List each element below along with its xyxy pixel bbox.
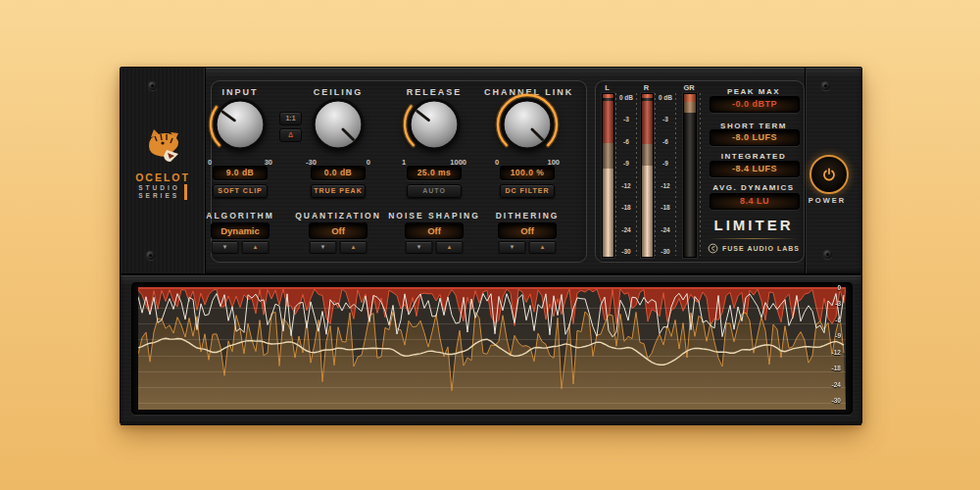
dithering-label: DITHERING (496, 211, 560, 220)
algorithm-label: ALGORITHM (206, 211, 273, 220)
brand-title: OCELOT (121, 172, 205, 183)
quantization-step-down-button[interactable]: ▼ (310, 241, 337, 254)
noise-shaping-step-down-button[interactable]: ▼ (406, 241, 433, 254)
waveform-display (131, 282, 853, 415)
quantization-selector[interactable]: Off (309, 222, 368, 239)
noise-shaping-step-up-button[interactable]: ▲ (436, 241, 464, 254)
meter-r-label: R (639, 83, 654, 92)
waveform-scale: 0-3-6-9-12-18-24-30 (832, 284, 841, 404)
quantization-label: QUANTIZATION (295, 211, 381, 220)
waveform-canvas (138, 287, 846, 410)
algorithm-step-down-button[interactable]: ▼ (212, 241, 239, 254)
control-rack: OCELOT STUDIO SERIES INPUT 0 30 (121, 68, 861, 273)
integrated-value: -8.4 LUFS (710, 161, 800, 177)
meter-scale-left: 0 dB-3-6-9-12-18-24-30 (615, 93, 637, 256)
brand-subtitle: STUDIO SERIES (121, 184, 205, 200)
limiter-plugin-window: OCELOT STUDIO SERIES INPUT 0 30 (120, 67, 862, 424)
brand-panel: OCELOT STUDIO SERIES (121, 68, 206, 273)
plugin-name: LIMITER (695, 217, 812, 233)
screw-icon (148, 81, 157, 90)
waveform-rack: 0-3-6-9-12-18-24-30 (121, 273, 861, 425)
vendor-icon (708, 243, 718, 254)
fuse-audio-labs-logo: FUSE AUDIO LABS (695, 243, 812, 254)
meter-bar-right (641, 93, 654, 258)
dithering-step-down-button[interactable]: ▼ (499, 241, 526, 254)
noise-shaping-selector[interactable]: Off (405, 222, 464, 239)
desktop-background: OCELOT STUDIO SERIES INPUT 0 30 (0, 0, 980, 490)
brand-accent-bar (184, 184, 187, 200)
noise-shaping-label: NOISE SHAPING (388, 211, 480, 220)
brand-sub-line1: STUDIO (138, 184, 180, 192)
screw-icon (823, 250, 832, 259)
power-label: POWER (798, 196, 857, 205)
short-term-value: -8.0 LUFS (710, 129, 800, 146)
dithering-section: DITHERING Off ▼ ▲ (484, 68, 570, 273)
peak-max-value: -0.0 dBTP (710, 96, 800, 113)
noise-shaping-section: NOISE SHAPING Off ▼ ▲ (391, 68, 477, 273)
integrated-label: INTEGRATED (695, 152, 812, 161)
power-icon (821, 167, 837, 182)
dithering-selector[interactable]: Off (498, 222, 557, 239)
power-button[interactable] (809, 155, 849, 194)
meter-l-label: L (600, 83, 614, 92)
algorithm-step-up-button[interactable]: ▲ (242, 241, 270, 254)
peak-max-label: PEAK MAX (695, 87, 812, 96)
meter-bar-left (602, 93, 614, 258)
screw-icon (146, 251, 155, 260)
brand-sub-line2: SERIES (138, 192, 180, 200)
avg-dynamics-value: 8.4 LU (710, 193, 800, 210)
divider (709, 238, 799, 239)
dithering-step-up-button[interactable]: ▲ (529, 241, 557, 254)
vendor-name: FUSE AUDIO LABS (722, 245, 800, 252)
ocelot-tiger-icon (141, 126, 184, 173)
quantization-section: QUANTIZATION Off ▼ ▲ (295, 68, 381, 273)
avg-dynamics-label: AVG. DYNAMICS (695, 183, 812, 192)
algorithm-section: ALGORITHM Dynamic ▼ ▲ (197, 68, 283, 273)
algorithm-selector[interactable]: Dynamic (211, 222, 270, 239)
meter-scale-right: 0 dB-3-6-9-12-18-24-30 (655, 93, 676, 256)
screw-icon (821, 81, 830, 90)
quantization-step-up-button[interactable]: ▲ (340, 241, 368, 254)
